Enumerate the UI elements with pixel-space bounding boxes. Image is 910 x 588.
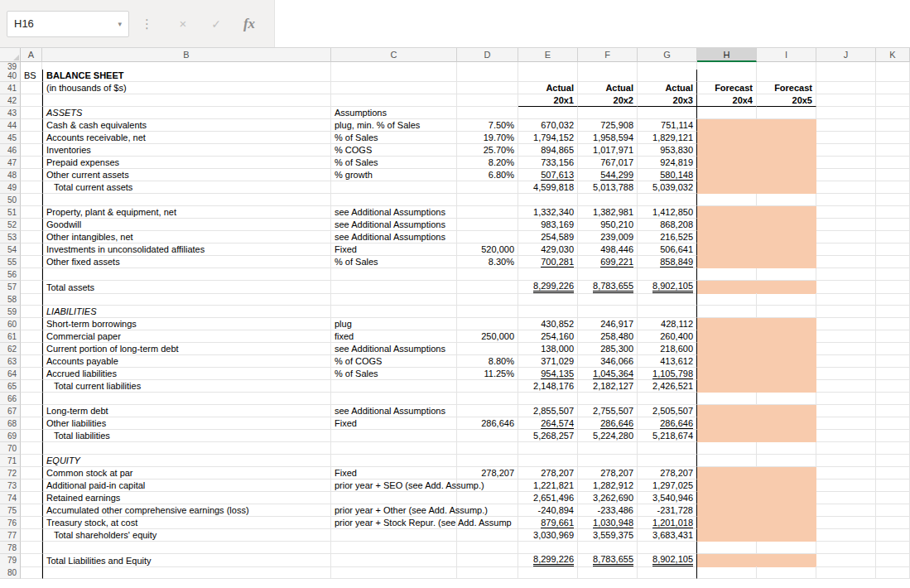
cell-H47[interactable] <box>697 157 757 169</box>
cell-J67[interactable] <box>816 405 876 417</box>
cell-B60[interactable]: Short-term borrowings <box>42 318 331 330</box>
cell-K59[interactable] <box>876 306 910 318</box>
cell-J73[interactable] <box>816 480 876 492</box>
column-header-C[interactable]: C <box>331 48 457 62</box>
cell-D79[interactable] <box>457 554 518 567</box>
cell-I41[interactable]: Forecast <box>757 82 816 94</box>
column-header-G[interactable]: G <box>638 48 697 62</box>
cell-H45[interactable] <box>697 132 757 144</box>
cell-K71[interactable] <box>876 455 910 467</box>
insert-function-icon[interactable]: fx <box>233 16 266 32</box>
cell-B44[interactable]: Cash & cash equivalents <box>42 119 331 132</box>
cell-C73[interactable]: prior year + SEO (see Add. Assump.) <box>331 480 457 492</box>
cell-F56[interactable] <box>578 268 638 281</box>
cell-J76[interactable] <box>816 517 876 529</box>
cell-K47[interactable] <box>876 157 910 169</box>
cell-H59[interactable] <box>697 306 757 318</box>
cell-F70[interactable] <box>578 442 638 455</box>
row-header-59[interactable]: 59 <box>0 306 21 318</box>
cell-K56[interactable] <box>876 268 910 281</box>
cell-A77[interactable] <box>21 529 42 542</box>
cell-H69[interactable] <box>697 430 757 442</box>
cell-K74[interactable] <box>876 492 910 504</box>
cell-J43[interactable] <box>816 107 876 119</box>
cell-J52[interactable] <box>816 219 876 231</box>
cell-G62[interactable]: 218,600 <box>638 343 697 355</box>
cell-C41[interactable] <box>331 82 457 94</box>
cell-K48[interactable] <box>876 169 910 181</box>
cell-A72[interactable] <box>21 467 42 480</box>
cell-G39[interactable] <box>638 62 697 70</box>
row-header-69[interactable]: 69 <box>0 430 21 442</box>
cell-C80[interactable] <box>331 566 457 579</box>
row-header-46[interactable]: 46 <box>0 144 21 157</box>
cell-G50[interactable] <box>638 194 697 206</box>
row-header-52[interactable]: 52 <box>0 219 21 231</box>
cell-B63[interactable]: Accounts payable <box>42 355 331 368</box>
cell-J69[interactable] <box>816 430 876 442</box>
cell-H72[interactable] <box>697 467 757 480</box>
cell-C39[interactable] <box>331 62 457 70</box>
cell-D45[interactable]: 19.70% <box>457 132 518 144</box>
cell-K43[interactable] <box>876 107 910 119</box>
cell-F55[interactable]: 699,221 <box>578 256 638 268</box>
cell-H52[interactable] <box>697 219 757 231</box>
cell-F68[interactable]: 286,646 <box>578 417 638 430</box>
cell-A53[interactable] <box>21 231 42 243</box>
cell-E49[interactable]: 4,599,818 <box>518 181 578 194</box>
row-header-41[interactable]: 41 <box>0 82 21 94</box>
cell-H62[interactable] <box>697 343 757 355</box>
cell-K66[interactable] <box>876 393 910 405</box>
cell-G74[interactable]: 3,540,946 <box>638 492 697 504</box>
cell-D66[interactable] <box>457 393 518 405</box>
cell-F48[interactable]: 544,299 <box>578 169 638 181</box>
cell-E73[interactable]: 1,221,821 <box>518 480 578 492</box>
cell-J40[interactable] <box>816 70 876 82</box>
column-header-F[interactable]: F <box>578 48 638 62</box>
cell-A47[interactable] <box>21 157 42 169</box>
cell-I80[interactable] <box>757 566 816 579</box>
name-box-dropdown-icon[interactable]: ▾ <box>118 20 122 28</box>
cell-C44[interactable]: plug, min. % of Sales <box>331 119 457 132</box>
cell-D67[interactable] <box>457 405 518 417</box>
cell-I64[interactable] <box>757 368 816 380</box>
cell-I42[interactable]: 20x5 <box>757 94 816 107</box>
cell-D51[interactable] <box>457 206 518 219</box>
cell-E53[interactable]: 254,589 <box>518 231 578 243</box>
cell-B65[interactable]: Total current liabilities <box>42 380 331 393</box>
cell-J62[interactable] <box>816 343 876 355</box>
cell-D62[interactable] <box>457 343 518 355</box>
cell-K60[interactable] <box>876 318 910 330</box>
cell-E45[interactable]: 1,794,152 <box>518 132 578 144</box>
cell-I57[interactable] <box>757 281 816 294</box>
cell-I39[interactable] <box>757 62 816 70</box>
cell-E54[interactable]: 429,030 <box>518 243 578 256</box>
cell-B49[interactable]: Total current assets <box>42 181 331 194</box>
row-header-57[interactable]: 57 <box>0 281 21 294</box>
row-header-66[interactable]: 66 <box>0 393 21 405</box>
cell-C50[interactable] <box>331 194 457 206</box>
row-header-60[interactable]: 60 <box>0 318 21 330</box>
row-header-70[interactable]: 70 <box>0 442 21 455</box>
cell-H67[interactable] <box>697 405 757 417</box>
row-header-48[interactable]: 48 <box>0 169 21 181</box>
cell-J41[interactable] <box>816 82 876 94</box>
cell-C49[interactable] <box>331 181 457 194</box>
cell-G57[interactable]: 8,902,105 <box>638 281 697 294</box>
cell-K51[interactable] <box>876 206 910 219</box>
cell-E62[interactable]: 138,000 <box>518 343 578 355</box>
cell-B47[interactable]: Prepaid expenses <box>42 157 331 169</box>
cell-A73[interactable] <box>21 480 42 492</box>
cell-F75[interactable]: -233,486 <box>578 504 638 517</box>
cell-E42[interactable]: 20x1 <box>518 94 578 107</box>
cell-D48[interactable]: 6.80% <box>457 169 518 181</box>
row-header-54[interactable]: 54 <box>0 243 21 256</box>
cell-H77[interactable] <box>697 529 757 542</box>
cell-A74[interactable] <box>21 492 42 504</box>
cell-J45[interactable] <box>816 132 876 144</box>
cell-D70[interactable] <box>457 442 518 455</box>
cell-J58[interactable] <box>816 293 876 306</box>
cell-H64[interactable] <box>697 368 757 380</box>
cell-K50[interactable] <box>876 194 910 206</box>
cell-H55[interactable] <box>697 256 757 268</box>
